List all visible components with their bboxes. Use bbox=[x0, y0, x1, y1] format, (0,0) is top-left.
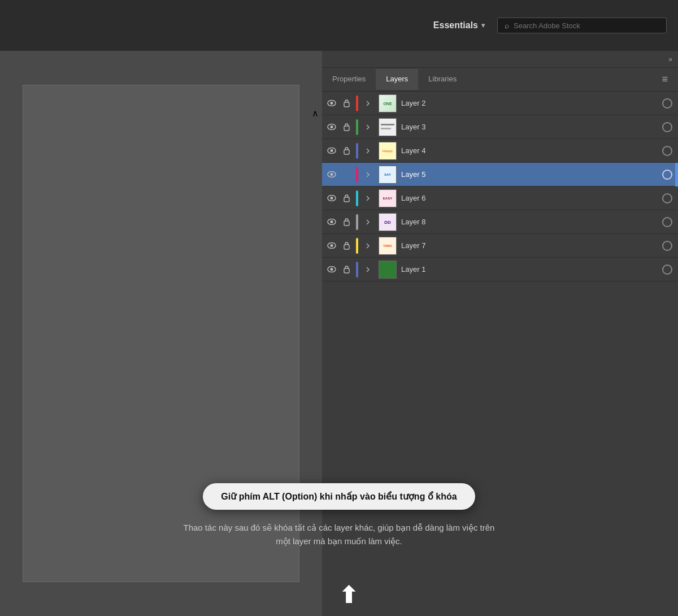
layer-expand-icon[interactable] bbox=[362, 97, 374, 110]
svg-point-7 bbox=[331, 149, 333, 152]
layer-color-bar bbox=[356, 143, 358, 159]
layer-lock-icon[interactable] bbox=[340, 263, 353, 276]
svg-rect-13 bbox=[344, 197, 349, 202]
svg-rect-16 bbox=[344, 221, 349, 225]
layer-visibility-circle[interactable] bbox=[662, 264, 672, 275]
tab-properties[interactable]: Properties bbox=[322, 69, 376, 90]
layer-expand-icon[interactable] bbox=[362, 263, 374, 276]
layer-name-label: Layer 6 bbox=[401, 194, 660, 202]
tooltip-box: Giữ phím ALT (Option) khi nhấp vào biểu … bbox=[203, 483, 475, 510]
layer-color-bar bbox=[356, 262, 358, 277]
layer-row[interactable]: Layer 7 bbox=[322, 234, 678, 258]
tabs-row: Properties Layers Libraries ≡ bbox=[322, 68, 678, 92]
layer-visibility-circle[interactable] bbox=[662, 146, 672, 156]
panel-menu-button[interactable]: ≡ bbox=[657, 71, 672, 88]
layer-eye-icon[interactable] bbox=[325, 97, 338, 110]
layer-expand-icon[interactable] bbox=[362, 168, 374, 181]
search-bar: ⌕ bbox=[497, 18, 667, 33]
layer-thumbnail bbox=[379, 237, 397, 255]
layer-lock-icon[interactable] bbox=[340, 240, 353, 252]
layer-eye-icon[interactable] bbox=[325, 240, 338, 252]
layer-thumbnail bbox=[379, 166, 397, 184]
svg-point-12 bbox=[331, 197, 333, 199]
layer-eye-icon[interactable] bbox=[325, 216, 338, 228]
layer-expand-icon[interactable] bbox=[362, 145, 374, 157]
essentials-chevron: ▾ bbox=[481, 21, 485, 29]
layer-thumbnail bbox=[379, 94, 397, 112]
layer-name-label: Layer 7 bbox=[401, 241, 660, 250]
svg-rect-5 bbox=[344, 126, 349, 131]
layer-expand-icon[interactable] bbox=[362, 240, 374, 252]
tooltip-title: Giữ phím ALT (Option) khi nhấp vào biểu … bbox=[221, 492, 457, 501]
tooltip-description: Thao tác này sau đó sẽ khóa tất cả các l… bbox=[184, 521, 495, 548]
layer-visibility-circle[interactable] bbox=[662, 98, 672, 109]
layer-name-label: Layer 1 bbox=[401, 265, 660, 274]
svg-point-4 bbox=[331, 125, 333, 128]
layer-lock-icon[interactable] bbox=[340, 168, 353, 181]
layer-visibility-circle[interactable] bbox=[662, 170, 672, 180]
layer-row[interactable]: Layer 1 bbox=[322, 258, 678, 281]
svg-point-21 bbox=[331, 268, 333, 271]
tab-layers[interactable]: Layers bbox=[376, 69, 418, 90]
layer-row[interactable]: Layer 8 bbox=[322, 210, 678, 234]
layer-lock-icon[interactable] bbox=[340, 97, 353, 110]
layer-visibility-circle[interactable] bbox=[662, 217, 672, 227]
tooltip-section: Giữ phím ALT (Option) khi nhấp vào biểu … bbox=[141, 483, 537, 548]
layer-thumbnail bbox=[379, 189, 397, 207]
collapse-arrow[interactable]: ∧ bbox=[308, 102, 322, 124]
layer-lock-icon[interactable] bbox=[340, 121, 353, 133]
search-input[interactable] bbox=[514, 21, 659, 30]
layers-bottom: ⬆ bbox=[322, 571, 678, 616]
layer-color-bar bbox=[356, 167, 358, 183]
layer-visibility-circle[interactable] bbox=[662, 193, 672, 203]
layer-color-bar bbox=[356, 119, 358, 135]
svg-rect-19 bbox=[344, 245, 349, 249]
layer-name-label: Layer 2 bbox=[401, 99, 660, 107]
layer-thumbnail bbox=[379, 142, 397, 160]
layer-name-label: Layer 3 bbox=[401, 123, 660, 131]
essentials-button[interactable]: Essentials ▾ bbox=[428, 17, 490, 34]
layer-name-label: Layer 8 bbox=[401, 218, 660, 226]
svg-rect-8 bbox=[344, 150, 349, 154]
layer-thumbnail bbox=[379, 213, 397, 231]
layer-color-bar bbox=[356, 96, 358, 111]
layer-eye-icon[interactable] bbox=[325, 121, 338, 133]
svg-rect-2 bbox=[344, 102, 349, 107]
collapse-icon: ∧ bbox=[312, 108, 319, 119]
layer-expand-icon[interactable] bbox=[362, 121, 374, 133]
layer-thumbnail bbox=[379, 118, 397, 136]
layer-eye-icon[interactable] bbox=[325, 145, 338, 157]
tab-libraries[interactable]: Libraries bbox=[418, 69, 467, 90]
layer-color-bar bbox=[356, 214, 358, 230]
layer-lock-icon[interactable] bbox=[340, 145, 353, 157]
layer-row[interactable]: Layer 4 bbox=[322, 139, 678, 163]
up-arrow-icon: ⬆ bbox=[339, 583, 358, 608]
top-bar: Essentials ▾ ⌕ bbox=[0, 0, 678, 51]
layer-name-label: Layer 4 bbox=[401, 146, 660, 155]
layer-row[interactable]: Layer 6 bbox=[322, 186, 678, 210]
layer-expand-icon[interactable] bbox=[362, 216, 374, 228]
svg-rect-22 bbox=[344, 268, 349, 273]
layer-name-label: Layer 5 bbox=[401, 170, 660, 179]
panel-top-row: » bbox=[322, 51, 678, 68]
layer-visibility-circle[interactable] bbox=[662, 241, 672, 251]
layer-eye-icon[interactable] bbox=[325, 192, 338, 205]
layer-color-bar bbox=[356, 238, 358, 254]
search-icon: ⌕ bbox=[505, 21, 509, 30]
layer-visibility-circle[interactable] bbox=[662, 122, 672, 132]
layer-eye-icon[interactable] bbox=[325, 263, 338, 276]
svg-point-15 bbox=[331, 220, 333, 223]
layer-expand-icon[interactable] bbox=[362, 192, 374, 205]
layer-row[interactable]: Layer 5 bbox=[322, 163, 678, 186]
layer-eye-icon[interactable] bbox=[325, 168, 338, 181]
essentials-label: Essentials bbox=[433, 20, 478, 31]
layer-row[interactable]: Layer 2 bbox=[322, 92, 678, 115]
layer-color-bar bbox=[356, 190, 358, 206]
selected-layer-indicator bbox=[675, 163, 678, 186]
svg-point-1 bbox=[331, 102, 333, 105]
layer-lock-icon[interactable] bbox=[340, 216, 353, 228]
layer-lock-icon[interactable] bbox=[340, 192, 353, 205]
layer-thumbnail bbox=[379, 261, 397, 279]
layer-row[interactable]: Layer 3 bbox=[322, 115, 678, 139]
expand-arrows-icon[interactable]: » bbox=[668, 55, 672, 63]
